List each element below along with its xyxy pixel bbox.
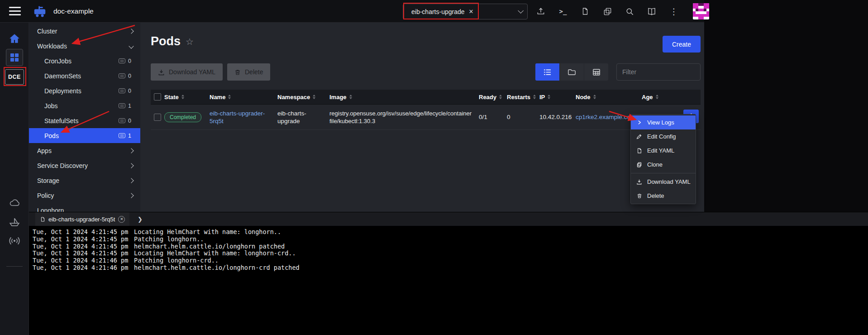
chevron-right-icon bbox=[636, 120, 643, 125]
create-button[interactable]: Create bbox=[663, 36, 701, 53]
column-header-ready[interactable]: Ready bbox=[479, 94, 507, 100]
sort-icon bbox=[593, 95, 596, 100]
log-line: Tue, Oct 1 2024 4:21:45 pmhelmchart.helm… bbox=[33, 243, 868, 250]
sidebar-item-statefulsets[interactable]: StatefulSets 0 bbox=[29, 113, 140, 128]
tab-scroll-chevron-icon[interactable]: ❯ bbox=[135, 216, 145, 223]
import-yaml-icon[interactable] bbox=[602, 6, 612, 16]
sidebar-item-jobs[interactable]: Jobs 1 bbox=[29, 98, 140, 113]
log-tab[interactable]: eib-charts-upgrader-5rq5t ✕ bbox=[35, 212, 129, 226]
list-icon bbox=[544, 69, 551, 76]
user-avatar[interactable] bbox=[693, 3, 709, 19]
folder-view-button[interactable] bbox=[560, 63, 584, 81]
view-toggle-group bbox=[535, 63, 608, 81]
topbar-icon-group: >_ ⋮ bbox=[536, 0, 709, 23]
bulk-action-bar: Download YAML Delete bbox=[151, 63, 270, 81]
kebab-menu-icon[interactable]: ⋮ bbox=[669, 6, 679, 16]
sidebar-item-apps[interactable]: Apps bbox=[29, 143, 140, 158]
namespace-filter-label: eib-charts-upgrade bbox=[411, 8, 465, 15]
trash-icon bbox=[636, 193, 643, 199]
grid-icon bbox=[593, 69, 600, 76]
ready-cell: 0/1 bbox=[479, 114, 507, 120]
column-header-state[interactable]: State bbox=[164, 94, 210, 100]
row-context-menu: View Logs Edit Config Edit YAML Clone Do… bbox=[630, 114, 696, 204]
log-line: Tue, Oct 1 2024 4:21:45 pmPatching longh… bbox=[33, 236, 868, 243]
sort-icon bbox=[499, 95, 502, 100]
column-header-age[interactable]: Age bbox=[642, 94, 684, 100]
sidebar-item-storage[interactable]: Storage bbox=[29, 173, 140, 188]
namespace-filter-dropdown[interactable]: eib-charts-upgrade ✕ bbox=[403, 4, 528, 19]
sidebar-item-cronjobs[interactable]: CronJobs 0 bbox=[29, 53, 140, 68]
grid-view-button[interactable] bbox=[584, 63, 608, 81]
menu-item-delete[interactable]: Delete bbox=[631, 189, 696, 203]
menu-item-edit-yaml[interactable]: Edit YAML bbox=[631, 144, 696, 158]
log-line: Tue, Oct 1 2024 4:21:46 pmPatching longh… bbox=[33, 257, 868, 264]
menu-item-edit-config[interactable]: Edit Config bbox=[631, 129, 696, 144]
chevron-right-icon bbox=[129, 163, 134, 168]
column-header-ip[interactable]: IP bbox=[539, 94, 576, 100]
namespace-cell: eib-charts-upgrade bbox=[277, 110, 329, 125]
image-cell: registry.opensuse.org/isv/suse/edge/life… bbox=[329, 110, 479, 125]
menu-item-view-logs[interactable]: View Logs bbox=[631, 115, 696, 129]
row-checkbox[interactable] bbox=[154, 114, 161, 121]
delete-button[interactable]: Delete bbox=[227, 63, 270, 81]
sidebar-item-policy[interactable]: Policy bbox=[29, 188, 140, 203]
filter-input[interactable] bbox=[616, 63, 701, 81]
upload-icon[interactable] bbox=[536, 6, 546, 16]
chevron-down-icon[interactable] bbox=[518, 8, 524, 14]
column-header-name[interactable]: Name bbox=[210, 94, 277, 100]
pods-table: State Name Namespace Image Ready Restart… bbox=[151, 90, 701, 130]
sidebar-item-workloads[interactable]: Workloads bbox=[29, 38, 140, 53]
count-chip: 0 bbox=[119, 73, 131, 79]
rancher-logo[interactable] bbox=[33, 4, 47, 19]
main-content: Pods ☆ Create Download YAML Delete State… bbox=[140, 23, 704, 212]
column-header-restarts[interactable]: Restarts bbox=[507, 94, 539, 100]
pencil-icon bbox=[636, 134, 643, 139]
cloud-icon[interactable] bbox=[8, 197, 21, 208]
download-yaml-button[interactable]: Download YAML bbox=[151, 63, 223, 81]
clear-namespace-icon[interactable]: ✕ bbox=[469, 8, 474, 15]
home-icon[interactable] bbox=[9, 33, 20, 44]
column-header-node[interactable]: Node bbox=[576, 94, 642, 100]
log-tab-bar: eib-charts-upgrader-5rq5t ✕ ❯ bbox=[29, 212, 868, 226]
trash-icon bbox=[234, 69, 241, 76]
cluster-name[interactable]: doc-example bbox=[53, 7, 94, 15]
search-icon[interactable] bbox=[625, 6, 634, 16]
namespace-filter-tag[interactable]: eib-charts-upgrade ✕ bbox=[409, 7, 476, 17]
menu-item-download-yaml[interactable]: Download YAML bbox=[631, 175, 696, 189]
cluster-nav-panel: Cluster Workloads CronJobs 0 DaemonSets … bbox=[29, 23, 140, 212]
page-title: Pods ☆ bbox=[151, 34, 194, 48]
kubectl-shell-icon[interactable]: >_ bbox=[558, 6, 568, 16]
docs-book-icon[interactable] bbox=[647, 6, 657, 16]
hamburger-menu-icon[interactable] bbox=[9, 7, 21, 15]
select-all-checkbox[interactable] bbox=[154, 93, 161, 100]
chevron-right-icon bbox=[129, 148, 134, 153]
sort-icon bbox=[313, 95, 315, 100]
cluster-icon-button[interactable] bbox=[6, 49, 23, 66]
log-panel: eib-charts-upgrader-5rq5t ✕ ❯ Tue, Oct 1… bbox=[29, 212, 868, 335]
column-header-namespace[interactable]: Namespace bbox=[277, 94, 329, 100]
sidebar-item-cluster[interactable]: Cluster bbox=[29, 24, 140, 38]
chevron-right-icon bbox=[129, 193, 134, 198]
file-icon[interactable] bbox=[580, 6, 590, 16]
table-header: State Name Namespace Image Ready Restart… bbox=[151, 90, 701, 105]
file-icon bbox=[636, 148, 643, 154]
menu-item-clone[interactable]: Clone bbox=[631, 158, 696, 172]
harbor-boat-icon[interactable] bbox=[8, 216, 21, 228]
sidebar-item-deployments[interactable]: Deployments 0 bbox=[29, 83, 140, 98]
rail-divider bbox=[6, 266, 23, 267]
pod-name-link[interactable]: eib-charts-upgrader-5rq5t bbox=[210, 110, 277, 125]
icon-rail: DCE bbox=[0, 23, 29, 335]
favorite-star-icon[interactable]: ☆ bbox=[186, 36, 194, 47]
sidebar-item-pods[interactable]: Pods 1 bbox=[29, 128, 140, 143]
sidebar-item-longhorn[interactable]: Longhorn bbox=[29, 203, 140, 212]
list-view-button[interactable] bbox=[535, 63, 559, 81]
column-header-image[interactable]: Image bbox=[329, 94, 479, 100]
close-tab-icon[interactable]: ✕ bbox=[118, 216, 125, 223]
sort-icon bbox=[656, 95, 658, 100]
sidebar-item-service-discovery[interactable]: Service Discovery bbox=[29, 158, 140, 173]
log-tab-label: eib-charts-upgrader-5rq5t bbox=[48, 216, 115, 223]
dce-cluster-badge[interactable]: DCE bbox=[5, 69, 24, 85]
file-icon bbox=[40, 216, 45, 222]
signal-icon[interactable] bbox=[8, 235, 21, 247]
sidebar-item-daemonsets[interactable]: DaemonSets 0 bbox=[29, 68, 140, 83]
